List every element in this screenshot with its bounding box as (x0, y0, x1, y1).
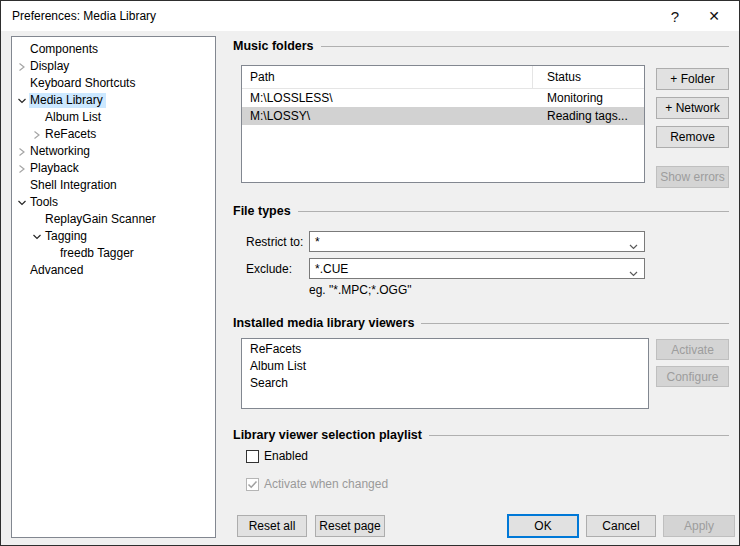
chevron-right-icon[interactable] (30, 129, 44, 141)
enabled-checkbox[interactable] (246, 450, 259, 463)
chevron-down-icon[interactable] (15, 95, 29, 107)
table-row[interactable]: M:\LOSSY\Reading tags... (242, 107, 644, 125)
restrict-to-value: * (315, 235, 320, 249)
exclude-label: Exclude: (246, 262, 292, 276)
tree-item-label: Media Library (29, 93, 106, 108)
tree-item-label: Shell Integration (29, 178, 120, 193)
chevron-right-icon[interactable] (15, 146, 29, 158)
section-rule (429, 435, 729, 436)
cell-status: Reading tags... (547, 107, 628, 125)
music-folders-section-header: Music folders (233, 38, 729, 53)
file-types-section-header: File types (233, 203, 729, 218)
enabled-checkbox-row[interactable]: Enabled (246, 449, 308, 463)
tree-item-components[interactable]: Components (12, 41, 215, 58)
close-icon: ✕ (708, 8, 720, 24)
list-item-search[interactable]: Search (242, 375, 648, 392)
exclude-value: *.CUE (315, 262, 348, 276)
activate-when-changed-checkbox-row: Activate when changed (246, 477, 388, 491)
section-rule (321, 46, 729, 47)
activate-when-changed-label: Activate when changed (264, 477, 388, 491)
close-button[interactable]: ✕ (697, 1, 731, 31)
help-icon: ? (671, 8, 679, 25)
enabled-label: Enabled (264, 449, 308, 463)
tree-item-shell-integration[interactable]: Shell Integration (12, 177, 215, 194)
tree-item-label: freedb Tagger (59, 246, 137, 261)
tree-item-label: Tools (29, 195, 61, 210)
add-folder-button[interactable]: + Folder (656, 68, 729, 90)
tree-item-label: Tagging (44, 229, 90, 244)
ok-button[interactable]: OK (507, 514, 579, 538)
tree-item-label: Album List (44, 110, 104, 125)
remove-button[interactable]: Remove (656, 126, 729, 148)
tree-item-freedb-tagger[interactable]: freedb Tagger (12, 245, 215, 262)
tree-item-media-library[interactable]: Media Library (12, 92, 215, 109)
tree-item-refacets[interactable]: ReFacets (12, 126, 215, 143)
add-network-button[interactable]: + Network (656, 97, 729, 119)
selection-playlist-section-header: Library viewer selection playlist (233, 427, 729, 442)
viewers-section-header: Installed media library viewers (233, 315, 729, 330)
tree-item-tagging[interactable]: Tagging (12, 228, 215, 245)
tree-item-album-list[interactable]: Album List (12, 109, 215, 126)
tree-item-advanced[interactable]: Advanced (12, 262, 215, 279)
tree-item-label: Advanced (29, 263, 86, 278)
tree-item-label: Networking (29, 144, 93, 159)
chevron-right-icon[interactable] (15, 61, 29, 73)
section-title: File types (233, 204, 291, 218)
tree-item-label: ReplayGain Scanner (44, 212, 159, 227)
tree-indent-spacer (30, 112, 44, 124)
activate-button: Activate (656, 339, 729, 360)
tree-indent-spacer (30, 214, 44, 226)
cancel-button[interactable]: Cancel (586, 515, 656, 537)
tree-indent-spacer (15, 44, 29, 56)
section-title: Library viewer selection playlist (233, 428, 422, 442)
column-header-status[interactable]: Status (547, 70, 581, 84)
column-header-path[interactable]: Path (250, 70, 275, 84)
table-header-row[interactable]: Path Status (242, 66, 644, 89)
column-divider[interactable] (532, 66, 533, 88)
preferences-dialog: Preferences: Media Library ? ✕ Component… (0, 0, 740, 546)
tree-item-keyboard-shortcuts[interactable]: Keyboard Shortcuts (12, 75, 215, 92)
chevron-right-icon[interactable] (15, 163, 29, 175)
music-folders-table[interactable]: Path Status M:\LOSSLESS\MonitoringM:\LOS… (241, 65, 645, 183)
tree-item-label: Display (29, 59, 72, 74)
section-title: Installed media library viewers (233, 316, 414, 330)
list-item-refacets[interactable]: ReFacets (242, 341, 648, 358)
section-title: Music folders (233, 39, 314, 53)
table-row[interactable]: M:\LOSSLESS\Monitoring (242, 89, 644, 107)
reset-page-button[interactable]: Reset page (315, 515, 385, 537)
chevron-down-icon[interactable] (629, 266, 638, 280)
reset-all-button[interactable]: Reset all (237, 515, 307, 537)
tree-item-label: Playback (29, 161, 82, 176)
help-button[interactable]: ? (658, 1, 692, 31)
tree-item-tools[interactable]: Tools (12, 194, 215, 211)
restrict-to-combobox[interactable]: * (309, 231, 645, 252)
tree-item-label: ReFacets (44, 127, 99, 142)
window-title: Preferences: Media Library (12, 9, 156, 23)
chevron-down-icon[interactable] (15, 197, 29, 209)
show-errors-button: Show errors (656, 166, 729, 188)
preferences-tree[interactable]: ComponentsDisplayKeyboard ShortcutsMedia… (11, 36, 216, 538)
tree-indent-spacer (15, 180, 29, 192)
tree-item-replaygain-scanner[interactable]: ReplayGain Scanner (12, 211, 215, 228)
tree-item-networking[interactable]: Networking (12, 143, 215, 160)
title-bar: Preferences: Media Library (1, 1, 739, 31)
section-rule (421, 323, 729, 324)
configure-button: Configure (656, 366, 729, 387)
apply-button: Apply (663, 515, 735, 537)
restrict-to-label: Restrict to: (246, 235, 303, 249)
tree-indent-spacer (15, 78, 29, 90)
viewers-listbox[interactable]: ReFacetsAlbum ListSearch (241, 338, 649, 409)
tree-indent-spacer (45, 248, 59, 260)
tree-item-label: Keyboard Shortcuts (29, 76, 138, 91)
tree-indent-spacer (15, 265, 29, 277)
chevron-down-icon[interactable] (30, 231, 44, 243)
file-types-hint: eg. "*.MPC;*.OGG" (309, 283, 412, 297)
chevron-down-icon[interactable] (629, 239, 638, 253)
tree-item-label: Components (29, 42, 101, 57)
list-item-album-list[interactable]: Album List (242, 358, 648, 375)
exclude-combobox[interactable]: *.CUE (309, 258, 645, 279)
cell-status: Monitoring (547, 89, 603, 107)
tree-item-playback[interactable]: Playback (12, 160, 215, 177)
section-rule (298, 211, 729, 212)
tree-item-display[interactable]: Display (12, 58, 215, 75)
